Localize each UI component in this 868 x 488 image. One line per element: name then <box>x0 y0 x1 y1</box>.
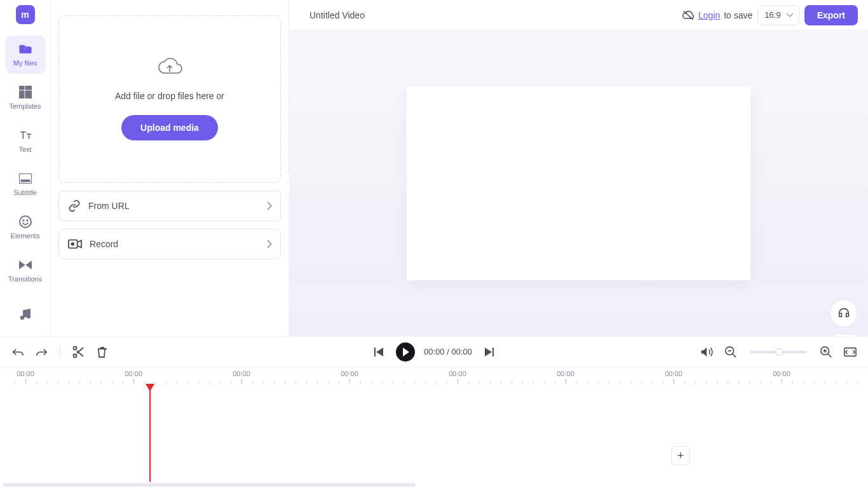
ruler-label: 00:00 <box>17 370 34 377</box>
zoom-slider-thumb[interactable] <box>775 348 783 356</box>
cloud-upload-icon <box>157 58 182 77</box>
nav-elements[interactable]: Elements <box>5 208 46 247</box>
nav-text[interactable]: Text <box>5 122 46 160</box>
music-icon <box>19 308 32 320</box>
skip-end-button[interactable] <box>481 344 496 360</box>
redo-button[interactable] <box>34 344 50 360</box>
ruler-label: 00:00 <box>449 370 466 377</box>
redo-icon <box>36 346 48 358</box>
svg-point-8 <box>20 216 31 227</box>
tracks-area[interactable]: + <box>0 384 868 482</box>
dropzone-hint: Add file or drop files here or <box>115 91 224 101</box>
svg-point-12 <box>27 315 29 318</box>
ruler-label: 00:00 <box>233 370 250 377</box>
file-dropzone[interactable]: Add file or drop files here or Upload me… <box>58 15 281 183</box>
ruler-label: 00:00 <box>125 370 142 377</box>
zoom-in-icon <box>820 346 832 358</box>
record-button[interactable]: Record <box>58 229 281 259</box>
ruler-ticks <box>0 379 868 384</box>
play-button[interactable] <box>396 342 415 362</box>
svg-rect-7 <box>21 180 30 182</box>
to-save-label: to save <box>724 10 752 20</box>
current-time: 00:00 <box>424 347 445 356</box>
skip-back-icon <box>374 348 384 356</box>
svg-rect-3 <box>25 86 32 90</box>
nav-my-files[interactable]: My files <box>5 36 46 74</box>
chevron-right-icon <box>266 240 273 248</box>
nav-subtitle[interactable]: Subtitle <box>5 165 46 203</box>
nav-transitions-label: Transitions <box>8 275 42 283</box>
nav-subtitle-label: Subtitle <box>13 189 37 196</box>
svg-rect-17 <box>374 348 376 356</box>
ruler-label: 00:00 <box>341 370 358 377</box>
ruler-label: 00:00 <box>557 370 574 377</box>
skip-start-button[interactable] <box>372 344 387 360</box>
export-button[interactable]: Export <box>804 5 858 25</box>
divider <box>60 346 60 358</box>
zoom-out-icon <box>724 346 737 358</box>
undo-button[interactable] <box>10 344 25 360</box>
nav-transitions[interactable]: Transitions <box>5 252 46 290</box>
headset-icon <box>837 306 851 320</box>
from-url-label: From URL <box>88 201 130 211</box>
nav-templates[interactable]: Templates <box>5 79 46 117</box>
left-sidebar: m My files Templates Text Subtitle <box>0 0 51 336</box>
scissors-icon <box>72 346 84 358</box>
plus-icon: + <box>677 449 684 463</box>
preview-area: Untitled Video Login to save 16:9 Export <box>289 0 868 336</box>
svg-point-15 <box>74 346 77 349</box>
playback-bar: 00:00 / 00:00 <box>0 336 868 367</box>
timeline-scrollbar[interactable] <box>0 482 868 488</box>
media-panel: Add file or drop files here or Upload me… <box>51 0 289 336</box>
video-canvas[interactable] <box>407 86 750 280</box>
canvas-zone <box>289 30 868 336</box>
svg-rect-5 <box>25 91 32 98</box>
fit-icon <box>844 347 857 357</box>
zoom-in-button[interactable] <box>818 344 834 360</box>
zoom-out-button[interactable] <box>723 344 738 360</box>
ratio-value: 16:9 <box>764 10 780 20</box>
nav-elements-label: Elements <box>11 232 40 240</box>
playhead[interactable] <box>149 384 151 482</box>
add-track-button[interactable]: + <box>671 446 690 465</box>
fit-button[interactable] <box>843 344 858 360</box>
from-url-button[interactable]: From URL <box>58 191 281 221</box>
app-logo[interactable]: m <box>16 5 35 24</box>
nav-templates-label: Templates <box>9 102 41 110</box>
transitions-icon <box>19 259 32 271</box>
zoom-slider[interactable] <box>750 351 807 353</box>
ruler-label: 00:00 <box>773 370 790 377</box>
svg-point-16 <box>74 354 77 357</box>
login-link[interactable]: Login <box>698 10 720 20</box>
nav-audio[interactable] <box>5 295 46 333</box>
login-to-save: Login to save <box>682 10 752 21</box>
volume-button[interactable] <box>699 344 714 360</box>
trash-icon <box>97 346 108 358</box>
templates-icon <box>19 86 32 98</box>
svg-point-14 <box>72 243 74 245</box>
timeline-scroll-thumb[interactable] <box>3 483 416 487</box>
svg-point-11 <box>20 316 23 319</box>
total-time: 00:00 <box>451 347 472 356</box>
upload-media-button[interactable]: Upload media <box>121 115 218 140</box>
split-button[interactable] <box>71 344 86 360</box>
undo-icon <box>11 346 24 358</box>
chevron-right-icon <box>266 201 273 210</box>
chevron-down-icon <box>786 13 794 18</box>
delete-button[interactable] <box>95 344 110 360</box>
svg-point-10 <box>26 220 27 221</box>
svg-rect-4 <box>19 91 24 98</box>
aspect-ratio-select[interactable]: 16:9 <box>757 5 799 25</box>
project-title[interactable]: Untitled Video <box>309 10 365 20</box>
timeline: 00:00 00:00 00:00 00:00 00:00 00:00 00:0… <box>0 367 868 488</box>
skip-forward-icon <box>484 348 494 356</box>
preview-header: Untitled Video Login to save 16:9 Export <box>289 0 868 30</box>
record-label: Record <box>90 239 118 249</box>
support-button[interactable] <box>830 299 858 327</box>
folder-icon <box>19 43 32 55</box>
timeline-ruler[interactable]: 00:00 00:00 00:00 00:00 00:00 00:00 00:0… <box>0 367 868 384</box>
subtitle-icon <box>19 172 32 185</box>
volume-icon <box>700 346 713 358</box>
svg-rect-6 <box>19 173 32 184</box>
svg-point-9 <box>22 220 24 221</box>
